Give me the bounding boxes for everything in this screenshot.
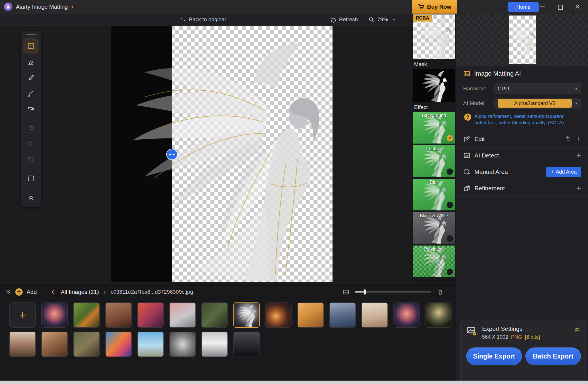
effect-blur-radio[interactable] (447, 202, 453, 208)
thumbnail-red-silhouette[interactable] (137, 302, 164, 328)
cart-icon (418, 3, 425, 10)
edit-undo-icon[interactable] (564, 136, 571, 142)
maximize-icon[interactable] (557, 4, 563, 9)
thumbnail-bride[interactable] (201, 332, 228, 357)
mask-preview-thumb[interactable] (413, 69, 455, 102)
tool-palette (21, 31, 41, 207)
settings-panel: Image Matting AI Hardware CPU ▼ AI Model… (456, 14, 588, 381)
undo-button[interactable] (23, 120, 39, 136)
result-preview-thumb[interactable] (509, 15, 536, 64)
toolbar-collapse-button[interactable] (23, 189, 39, 205)
ai-detect-expand-plus-icon[interactable]: + (576, 151, 581, 160)
zoom-control[interactable]: 79% ▼ (368, 14, 395, 25)
back-to-original-label: Back to original (189, 16, 226, 23)
thumbnail-jellyfish[interactable] (41, 302, 68, 328)
add-image-label[interactable]: Add (27, 289, 37, 295)
manual-area-section-row[interactable]: Manual Area + Add Area (456, 164, 588, 180)
refinement-expand-plus-icon[interactable]: + (576, 184, 581, 193)
thumbnail-size-slider[interactable] (355, 291, 431, 293)
thumbnail-cat[interactable] (297, 302, 324, 328)
thumbnail-woman-blue[interactable] (329, 302, 356, 328)
effect-black-white[interactable]: Black & White (413, 212, 455, 244)
slider-knob[interactable] (364, 289, 366, 295)
buy-now-button[interactable]: Buy Now (412, 0, 457, 14)
edit-expand-plus-icon[interactable]: + (576, 135, 581, 143)
effect-black-white-radio[interactable] (447, 235, 453, 242)
canvas-toolbar: Back to original Refresh 79% ▼ (0, 14, 412, 25)
export-settings-title: Export Settings (482, 325, 540, 332)
breadcrumb-all-images[interactable]: All Images (21) (61, 289, 99, 295)
ai-model-select[interactable]: AlphaStandard V2 ▼ (494, 98, 581, 109)
batch-export-button[interactable]: Batch Export (525, 347, 581, 365)
result-angel-thumb (509, 16, 536, 64)
refinement-section-row[interactable]: Refinement + (456, 180, 588, 197)
rgba-preview-thumb[interactable]: RGBA (413, 14, 455, 59)
reset-button[interactable] (23, 152, 39, 167)
refinement-icon (463, 185, 470, 192)
effect-background-selected-check[interactable]: ✓ (447, 135, 453, 141)
eraser-tool-button[interactable] (23, 54, 39, 69)
image-matting-ai-icon (463, 70, 470, 77)
thumbnail-angel-selected[interactable] (233, 302, 260, 328)
effect-background[interactable]: Background ✓ (413, 112, 455, 144)
compare-slider-handle[interactable]: ◄► (166, 149, 178, 160)
minimize-icon[interactable] (540, 4, 545, 9)
export-format: PNG (511, 334, 522, 340)
thumbnail-abstract-colorful[interactable] (105, 332, 132, 357)
image-matting-ai-header: Image Matting AI (456, 66, 588, 81)
effect-blur[interactable]: Blur (413, 179, 455, 210)
effect-pixelation[interactable]: Pixelation (413, 246, 455, 277)
thumbnail-angel-art (234, 303, 259, 327)
thumbnail-necklace[interactable] (425, 302, 452, 328)
double-chevron-down-icon[interactable] (5, 289, 11, 295)
ai-detect-section-row[interactable]: AI AI Detect + (456, 147, 588, 164)
thumbnail-bearded-man[interactable] (9, 332, 36, 357)
effect-pixelation-radio[interactable] (447, 269, 453, 275)
marquee-select-button[interactable] (23, 171, 39, 186)
thumbnail-pink-hair-woman[interactable] (169, 302, 196, 328)
edit-section-row[interactable]: Edit + (456, 131, 588, 147)
redo-button[interactable] (23, 136, 39, 152)
thumbnail-woman-lying[interactable] (73, 332, 100, 357)
back-to-original-button[interactable]: Back to original (180, 14, 226, 25)
smart-pen-tool-icon (27, 73, 35, 82)
thumbnail-skateboarder[interactable] (137, 332, 164, 357)
thumbnail-bicycle-dark[interactable] (201, 302, 228, 328)
thumbnail-woman-portrait[interactable] (105, 302, 132, 328)
effect-feather[interactable]: Feather (413, 145, 455, 177)
title-chevron-icon[interactable]: ▼ (71, 5, 74, 9)
extract-tool-button[interactable] (23, 102, 39, 117)
canvas-stage: ◄► (0, 25, 412, 285)
add-plus-icon[interactable]: + (15, 288, 23, 296)
image-compare-view[interactable]: ◄► (111, 26, 333, 282)
brush-tool-button[interactable] (23, 86, 39, 101)
buy-now-label: Buy Now (427, 4, 451, 10)
transform-tool-button[interactable] (23, 38, 39, 54)
zoom-chevron-icon[interactable]: ▼ (392, 18, 395, 21)
back-arrow-icon[interactable] (51, 289, 57, 295)
thumbnail-child[interactable] (41, 332, 68, 357)
add-image-tile[interactable]: + (9, 302, 36, 328)
smart-pen-tool-button[interactable] (23, 70, 39, 85)
trash-icon[interactable] (437, 289, 444, 295)
effect-feather-label: Feather (413, 146, 455, 152)
export-collapse-button[interactable] (574, 325, 581, 340)
thumbnail-man-in-suit[interactable] (233, 332, 260, 357)
thumbnail-jellyfish-2[interactable] (393, 302, 420, 328)
thumbnail-spiderweb[interactable] (169, 332, 196, 357)
thumbnail-woman-light[interactable] (361, 302, 388, 328)
close-icon[interactable] (575, 4, 580, 9)
single-export-button[interactable]: Single Export (466, 347, 522, 365)
add-area-button[interactable]: + Add Area (546, 167, 581, 177)
effect-feather-radio[interactable] (447, 168, 453, 175)
palette-drag-handle[interactable] (26, 34, 36, 35)
effect-label: Effect (413, 102, 455, 112)
thumbnail-night-lights[interactable] (265, 302, 292, 328)
hardware-select[interactable]: CPU ▼ (494, 83, 581, 94)
thumbnail-bicycle[interactable] (73, 302, 100, 328)
help-icon[interactable]: ? (464, 114, 471, 121)
bottom-edge-strip (0, 381, 588, 384)
hardware-label: Hardware (463, 86, 490, 92)
refresh-button[interactable]: Refresh (330, 14, 358, 25)
extract-tool-icon (27, 105, 35, 114)
